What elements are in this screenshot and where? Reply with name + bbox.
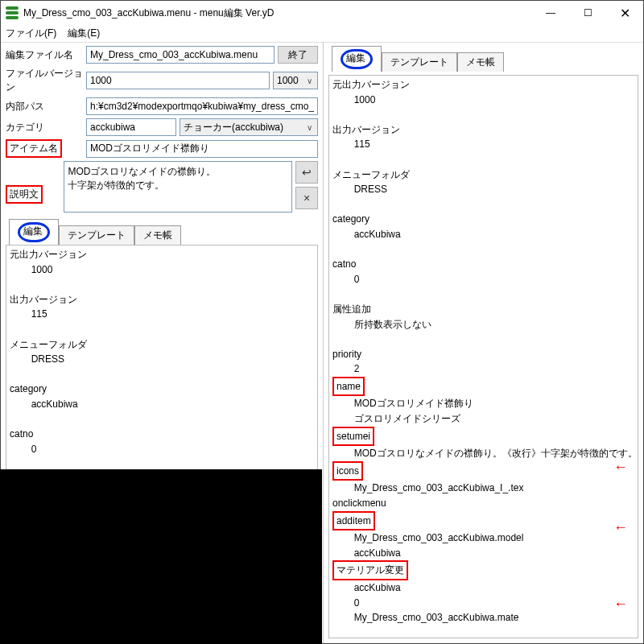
left-tab-memo[interactable]: メモ帳 xyxy=(134,225,181,245)
app-icon xyxy=(6,6,19,19)
arrow-icon: ← xyxy=(613,596,628,613)
right-tab-memo[interactable]: メモ帳 xyxy=(457,52,504,72)
left-tab-template[interactable]: テンプレート xyxy=(59,225,134,245)
description-textarea[interactable] xyxy=(64,161,292,213)
label-itemname: アイテム名 xyxy=(6,139,86,158)
right-setumei-body[interactable]: MODゴスロリなメイドの襟飾り。《改行》十字架が特徴的です。 xyxy=(332,446,630,461)
menu-file[interactable]: ファイル(F) xyxy=(6,27,56,40)
left-tab-edit[interactable]: 編集 xyxy=(9,219,59,245)
label-category: カテゴリ xyxy=(6,121,86,134)
bottom-black-area xyxy=(0,469,322,644)
title-bar: My_Dress_cmo_003_accKubiwa.menu - menu編集… xyxy=(1,1,643,25)
label-internalpath: 内部パス xyxy=(6,100,86,114)
right-label-material: マテリアル変更 xyxy=(332,560,408,580)
right-tab-edit[interactable]: 編集 xyxy=(332,46,382,72)
left-editor-text[interactable]: 元出力バージョン 1000 出力バージョン 115 メニューフォルダ DRESS… xyxy=(10,247,317,487)
right-label-name: name xyxy=(332,377,365,397)
right-label-additem: additem xyxy=(332,511,375,531)
category-input[interactable] xyxy=(86,118,176,136)
right-mat-body[interactable]: accKubiwa 0 My_Dress_cmo_003_accKubiwa.m… xyxy=(332,580,630,625)
menu-bar: ファイル(F) 編集(E) xyxy=(1,25,643,43)
internalpath-input[interactable] xyxy=(86,97,318,115)
arrow-icon: ← xyxy=(613,519,628,536)
filename-input[interactable] xyxy=(86,46,275,64)
maximize-button[interactable]: ☐ xyxy=(569,1,606,25)
label-description: 説明文 xyxy=(6,161,64,204)
minimize-button[interactable]: — xyxy=(532,1,569,25)
label-filename: 編集ファイル名 xyxy=(6,48,86,62)
right-tab-template[interactable]: テンプレート xyxy=(382,52,457,72)
fileversion-input[interactable] xyxy=(86,72,270,89)
right-onclick[interactable]: onclickmenu xyxy=(332,496,630,511)
window-controls: — ☐ ✕ xyxy=(532,1,643,25)
right-block1[interactable]: 元出力バージョン 1000 出力バージョン 115 メニューフォルダ DRESS… xyxy=(332,77,630,377)
arrow-icon: ← xyxy=(613,459,628,476)
itemname-input[interactable] xyxy=(86,140,318,158)
label-fileversion: ファイルバージョン xyxy=(6,67,86,94)
menu-edit[interactable]: 編集(E) xyxy=(68,27,100,40)
right-pane: 編集 テンプレート メモ帳 元出力バージョン 1000 出力バージョン 115 … xyxy=(323,43,643,643)
window-title: My_Dress_cmo_003_accKubiwa.menu - menu編集… xyxy=(23,6,532,20)
right-name-body[interactable]: MODゴスロリメイド襟飾り ゴスロリメイドシリーズ xyxy=(332,396,630,426)
right-editor-scroll[interactable]: 元出力バージョン 1000 出力バージョン 115 メニューフォルダ DRESS… xyxy=(328,75,638,638)
right-additem-body[interactable]: My_Dress_cmo_003_accKubiwa.model accKubi… xyxy=(332,530,630,560)
swap-button[interactable]: ↩ xyxy=(295,161,318,184)
exit-button[interactable]: 終了 xyxy=(278,46,318,64)
close-button[interactable]: ✕ xyxy=(606,1,643,25)
clear-button[interactable]: × xyxy=(295,187,318,209)
right-label-setumei: setumei xyxy=(332,427,374,447)
left-tabs: 編集 テンプレート メモ帳 xyxy=(6,219,323,245)
right-tabs: 編集 テンプレート メモ帳 xyxy=(328,46,643,72)
form-area: 編集ファイル名 終了 ファイルバージョン 1000 内部パス カテゴリ チョーカ… xyxy=(1,43,323,219)
right-icons-body[interactable]: My_Dress_cmo_003_accKubiwa_I_.tex xyxy=(332,481,630,496)
right-label-icons: icons xyxy=(332,461,363,481)
fileversion-select[interactable]: 1000 xyxy=(273,72,318,89)
category-select[interactable]: チョーカー(acckubiwa) xyxy=(180,118,318,136)
